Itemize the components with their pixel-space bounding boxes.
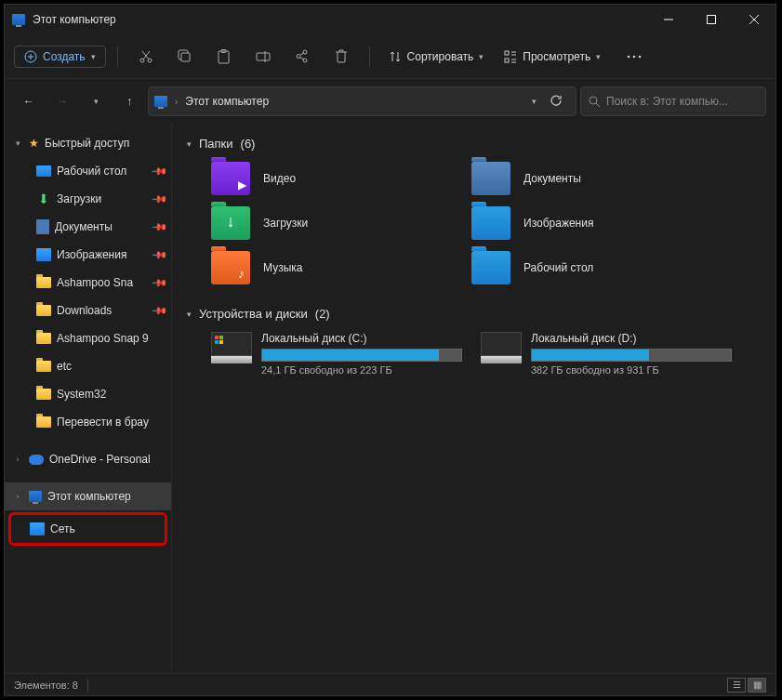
rename-icon[interactable]	[246, 42, 280, 72]
share-icon[interactable]	[285, 42, 319, 72]
docs-folder-icon	[471, 162, 510, 195]
pictures-icon	[36, 248, 51, 261]
section-count: (2)	[315, 307, 330, 321]
desktop-icon	[36, 165, 51, 177]
more-button[interactable]	[617, 42, 651, 72]
paste-icon[interactable]	[207, 42, 241, 72]
view-button[interactable]: Просмотреть ▾	[497, 46, 608, 67]
back-button[interactable]: ←	[14, 86, 44, 116]
chevron-down-icon: ▾	[187, 139, 192, 149]
cloud-icon	[29, 455, 44, 465]
sidebar-item-folder[interactable]: Ashampoo Sna 📌	[5, 269, 171, 297]
chevron-down-icon: ▾	[91, 52, 96, 61]
chevron-down-icon[interactable]: ▾	[532, 97, 537, 106]
tiles-view-button[interactable]: ▦	[748, 678, 766, 693]
sidebar-item-folder[interactable]: Ashampoo Snap 9	[5, 324, 171, 352]
folder-downloads[interactable]: Загрузки	[211, 206, 453, 240]
details-view-button[interactable]: ☰	[727, 678, 746, 693]
sidebar-item-folder[interactable]: Downloads 📌	[5, 297, 171, 324]
this-pc-icon	[154, 96, 167, 107]
folder-icon	[36, 277, 51, 288]
sidebar-item-desktop[interactable]: Рабочий стол 📌	[5, 157, 171, 185]
star-icon: ★	[29, 137, 39, 150]
sidebar-item-pictures[interactable]: Изображения 📌	[5, 241, 171, 269]
delete-icon[interactable]	[325, 42, 358, 72]
svg-rect-11	[505, 51, 509, 55]
folder-icon	[36, 305, 51, 316]
folder-desktop[interactable]: Рабочий стол	[471, 251, 713, 284]
sidebar-this-pc[interactable]: › Этот компьютер	[5, 482, 171, 510]
content-area: ▾ Папки (6) Видео Документы Загрузки Изо…	[172, 124, 775, 673]
toolbar: Создать ▾ Сортировать ▾ Просмо	[5, 34, 775, 79]
recent-button[interactable]: ▾	[81, 86, 111, 116]
dl-folder-icon	[211, 206, 250, 240]
desktop-folder-icon	[471, 251, 510, 284]
chevron-down-icon: ▾	[596, 52, 601, 61]
cut-icon[interactable]	[129, 42, 163, 72]
chevron-down-icon[interactable]: ▾	[12, 139, 23, 148]
svg-rect-0	[708, 16, 716, 24]
sidebar-item-folder[interactable]: etc	[5, 352, 171, 380]
refresh-icon[interactable]	[550, 94, 563, 110]
window-title: Этот компьютер	[33, 13, 116, 26]
section-count: (6)	[241, 137, 256, 151]
this-pc-icon	[29, 491, 42, 502]
sidebar-item-folder[interactable]: Перевести в брау	[5, 408, 171, 436]
sidebar: ▾ ★ Быстрый доступ Рабочий стол 📌 ⬇ Загр…	[5, 124, 172, 673]
svg-rect-12	[505, 59, 509, 62]
svg-rect-4	[181, 53, 190, 61]
sidebar-network[interactable]: Сеть	[11, 515, 165, 543]
highlight-annotation: Сеть	[8, 512, 167, 546]
copy-icon[interactable]	[168, 42, 202, 72]
search-placeholder: Поиск в: Этот компью...	[606, 95, 728, 108]
section-title: Папки	[199, 137, 233, 151]
drive-free-text: 382 ГБ свободно из 931 ГБ	[531, 364, 732, 376]
new-label: Создать	[43, 50, 86, 63]
minimize-button[interactable]	[647, 5, 690, 34]
folder-icon	[36, 361, 51, 372]
drive-icon	[481, 332, 522, 363]
sidebar-item-documents[interactable]: Документы 📌	[5, 213, 171, 241]
sidebar-quick-access[interactable]: ▾ ★ Быстрый доступ	[5, 129, 171, 157]
chevron-right-icon: ›	[175, 97, 178, 107]
svg-point-14	[633, 55, 636, 58]
sidebar-item-folder[interactable]: System32	[5, 380, 171, 408]
maximize-button[interactable]	[690, 5, 733, 34]
address-bar[interactable]: › Этот компьютер ▾	[148, 86, 577, 116]
svg-point-15	[639, 55, 642, 58]
section-folders-header[interactable]: ▾ Папки (6)	[187, 131, 761, 156]
svg-point-8	[303, 50, 307, 54]
forward-button[interactable]: →	[47, 86, 77, 116]
folder-documents[interactable]: Документы	[471, 162, 713, 195]
folder-video[interactable]: Видео	[211, 162, 453, 195]
folder-pictures[interactable]: Изображения	[471, 206, 713, 240]
drive-d[interactable]: Локальный диск (D:) 382 ГБ свободно из 9…	[481, 332, 732, 376]
folder-icon	[36, 416, 51, 428]
chevron-right-icon[interactable]: ›	[12, 492, 23, 501]
sort-button[interactable]: Сортировать ▾	[381, 46, 492, 67]
drive-usage-bar	[261, 349, 462, 362]
drive-c[interactable]: Локальный диск (C:) 24,1 ГБ свободно из …	[211, 332, 462, 376]
svg-point-9	[297, 55, 300, 59]
drive-name: Локальный диск (D:)	[531, 332, 732, 345]
search-input[interactable]: Поиск в: Этот компью...	[580, 86, 766, 116]
sidebar-item-downloads[interactable]: ⬇ Загрузки 📌	[5, 185, 171, 213]
drive-icon	[211, 332, 252, 363]
address-segment[interactable]: Этот компьютер	[185, 95, 269, 108]
folder-icon	[36, 389, 51, 400]
section-title: Устройства и диски	[199, 307, 308, 321]
music-folder-icon	[211, 251, 250, 284]
pics-folder-icon	[471, 206, 510, 240]
close-button[interactable]	[733, 5, 775, 34]
navbar: ← → ▾ ↑ › Этот компьютер ▾ Поиск в: Этот…	[5, 79, 775, 124]
video-folder-icon	[211, 162, 250, 195]
folder-music[interactable]: Музыка	[211, 251, 453, 284]
section-drives-header[interactable]: ▾ Устройства и диски (2)	[187, 301, 761, 326]
pin-icon: 📌	[150, 301, 167, 319]
pin-icon: 📌	[150, 190, 167, 207]
new-button[interactable]: Создать ▾	[14, 46, 106, 68]
chevron-right-icon[interactable]: ›	[12, 455, 23, 464]
sort-label: Сортировать	[407, 50, 474, 63]
up-button[interactable]: ↑	[114, 86, 144, 116]
sidebar-onedrive[interactable]: › OneDrive - Personal	[5, 445, 171, 473]
